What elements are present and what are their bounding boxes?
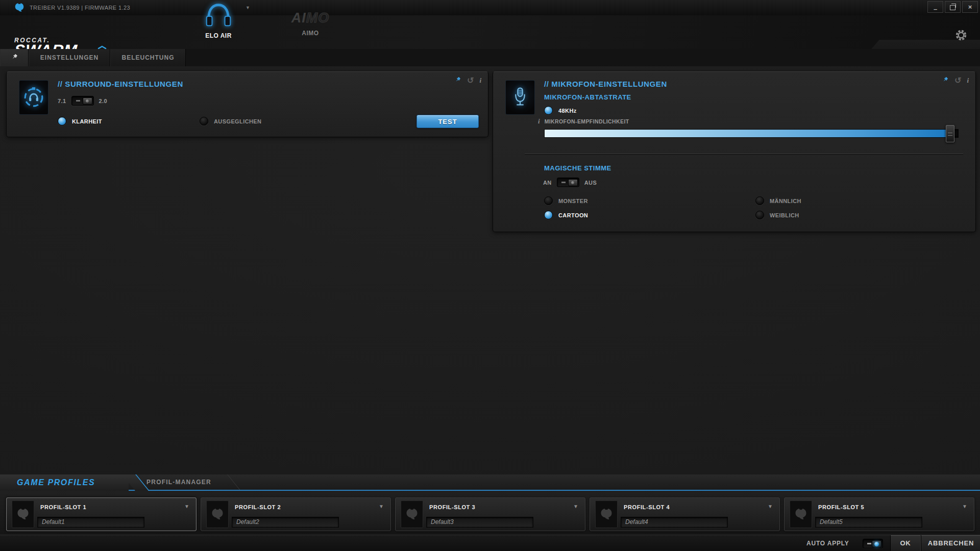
profile-name-input[interactable]: Default4 [621, 517, 728, 528]
profile-slot-4[interactable]: PROFIL-SLOT 4 ▼ Default4 [590, 497, 780, 531]
app-window: TREIBER V1.9389 | FIRMWARE 1.23 – × ROCC… [0, 0, 980, 551]
info-panel-icon[interactable]: i [967, 77, 969, 84]
surround-mode-row: 7.1 2.0 [58, 96, 107, 106]
minimize-button[interactable]: – [927, 1, 943, 13]
sensitivity-info-icon[interactable]: i [538, 118, 540, 125]
radio-ausgeglichen[interactable]: AUSGEGLICHEN [200, 117, 261, 126]
magic-voice-toggle[interactable] [557, 178, 579, 187]
slot-dropdown-icon[interactable]: ▼ [184, 504, 189, 509]
radio-klarheit[interactable]: KLARHEIT [58, 117, 102, 126]
mic-panel-title: // MIKROFON-EINSTELLUNGEN [544, 80, 667, 88]
device-label-elo-air: ELO AIR [195, 32, 241, 39]
radio-maennlich[interactable]: MÄNNLICH [755, 196, 801, 205]
restore-icon [950, 5, 955, 10]
profile-slot-label: PROFIL-SLOT 2 [235, 504, 281, 510]
tab-einstellungen[interactable]: EINSTELLUNGEN [29, 49, 110, 66]
toggle-knob-dot [571, 181, 574, 184]
magic-off-label: AUS [584, 180, 597, 186]
sensitivity-label: MIKROFON-EMPFINDLICHKEIT [545, 118, 629, 124]
close-button[interactable]: × [962, 1, 978, 13]
sensitivity-row: i MIKROFON-EMPFINDLICHKEIT [538, 118, 629, 125]
surround-icon [23, 87, 44, 108]
tab-pinned[interactable] [0, 49, 29, 66]
mic-sensitivity-handle[interactable] [946, 125, 954, 142]
profile-slot-2[interactable]: PROFIL-SLOT 2 ▼ Default2 [201, 497, 391, 531]
profile-name-input[interactable]: Default3 [426, 517, 533, 528]
reset-panel-icon[interactable]: ↺ [954, 77, 961, 84]
radio-icon-cartoon [544, 211, 553, 219]
radio-48khz[interactable]: 48KHz [544, 106, 577, 115]
toggle-dash [76, 100, 80, 102]
profile-name-input[interactable]: Default1 [37, 517, 144, 528]
roccat-cat-icon [790, 500, 812, 528]
aimo-wordmark-light: MO [306, 10, 330, 26]
close-icon: × [968, 3, 972, 11]
auto-apply-label: AUTO APPLY [806, 540, 849, 547]
info-panel-icon[interactable]: i [479, 77, 481, 84]
roccat-cat-icon [12, 500, 34, 528]
radio-label-48khz: 48KHz [558, 108, 577, 114]
mic-panel-actions: ↺ i [942, 77, 969, 85]
magic-voice-toggle-row: AN AUS [543, 178, 597, 187]
game-profiles-label: GAME PROFILES [17, 478, 95, 487]
test-button[interactable]: TEST [416, 115, 479, 128]
radio-icon-klarheit [58, 117, 66, 126]
profile-slot-label: PROFIL-SLOT 1 [40, 504, 86, 510]
tab-beleuchtung[interactable]: BELEUCHTUNG [110, 49, 186, 66]
slot-dropdown-icon[interactable]: ▼ [379, 504, 384, 509]
surround-panel-actions: ↺ i [454, 77, 481, 85]
ok-button[interactable]: OK [890, 535, 921, 551]
roccat-cat-icon [206, 500, 229, 528]
pin-panel-icon[interactable] [942, 77, 949, 84]
magic-voice-heading: MAGISCHE STIMME [544, 164, 611, 172]
radio-label-cartoon: CARTOON [558, 212, 588, 218]
minimize-icon: – [934, 8, 937, 11]
radio-monster[interactable]: MONSTER [544, 196, 588, 205]
radio-label-maennlich: MÄNNLICH [770, 198, 801, 204]
surround-mode-toggle[interactable] [71, 96, 94, 106]
radio-icon-48khz [544, 106, 553, 115]
profile-slot-3[interactable]: PROFIL-SLOT 3 ▼ Default3 [395, 497, 585, 531]
profile-slot-label: PROFIL-SLOT 4 [624, 504, 670, 510]
pushpin-icon [11, 54, 18, 62]
profile-slot-5[interactable]: PROFIL-SLOT 5 ▼ Default5 [784, 497, 974, 531]
slot-dropdown-icon[interactable]: ▼ [768, 504, 773, 509]
titlebar: TREIBER V1.9389 | FIRMWARE 1.23 – × [0, 0, 980, 16]
surround-icon-box [19, 80, 48, 115]
slot-dropdown-icon[interactable]: ▼ [573, 504, 578, 509]
radio-icon-maennlich [755, 196, 764, 205]
profile-name-input[interactable]: Default2 [232, 517, 339, 528]
device-dropdown-icon[interactable]: ▼ [246, 5, 250, 10]
headset-icon [204, 1, 233, 30]
mic-icon-box [505, 80, 535, 115]
surround-settings-panel: ↺ i // SURROUND-EINSTELLUNGEN 7.1 2.0 KL… [6, 71, 488, 137]
roccat-logo-icon [14, 2, 25, 13]
header: ROCCAT. SWARM [0, 15, 980, 49]
device-tab-elo-air[interactable]: ELO AIR [195, 1, 241, 39]
slot-dropdown-icon[interactable]: ▼ [962, 504, 967, 509]
profil-manager-label: PROFIL-MANAGER [146, 479, 211, 486]
cancel-button[interactable]: ABBRECHEN [921, 535, 980, 551]
profile-slot-label: PROFIL-SLOT 3 [429, 504, 475, 510]
profile-slot-1[interactable]: PROFIL-SLOT 1 ▼ Default1 [6, 497, 197, 531]
tab-beleuchtung-label: BELEUCHTUNG [122, 54, 175, 61]
radio-cartoon[interactable]: CARTOON [544, 211, 588, 219]
reset-panel-icon[interactable]: ↺ [467, 77, 474, 84]
settings-tabbar: EINSTELLUNGEN BELEUCHTUNG [0, 49, 980, 66]
mic-sensitivity-slider[interactable] [544, 129, 959, 138]
pin-panel-icon[interactable] [454, 77, 461, 84]
footer-bar: AUTO APPLY OK ABBRECHEN [0, 535, 980, 551]
tab-game-profiles[interactable]: GAME PROFILES [0, 474, 129, 491]
auto-apply-toggle[interactable] [863, 539, 883, 548]
device-tab-aimo[interactable]: AIMO AIMO [285, 10, 336, 37]
radio-weiblich[interactable]: WEIBLICH [755, 211, 799, 219]
settings-gear-icon[interactable] [955, 29, 967, 41]
toggle-knob-dot [86, 99, 89, 103]
restore-button[interactable] [945, 1, 961, 13]
profile-name-input[interactable]: Default5 [815, 517, 922, 528]
surround-panel-title: // SURROUND-EINSTELLUNGEN [58, 80, 183, 88]
microphone-settings-panel: ↺ i // MIKROFON-EINSTELLUNGEN MIKROFON-A… [493, 71, 976, 232]
window-controls: – × [927, 1, 978, 13]
tab-profil-manager[interactable]: PROFIL-MANAGER [142, 474, 216, 490]
driver-version-text: TREIBER V1.9389 | FIRMWARE 1.23 [30, 5, 130, 11]
